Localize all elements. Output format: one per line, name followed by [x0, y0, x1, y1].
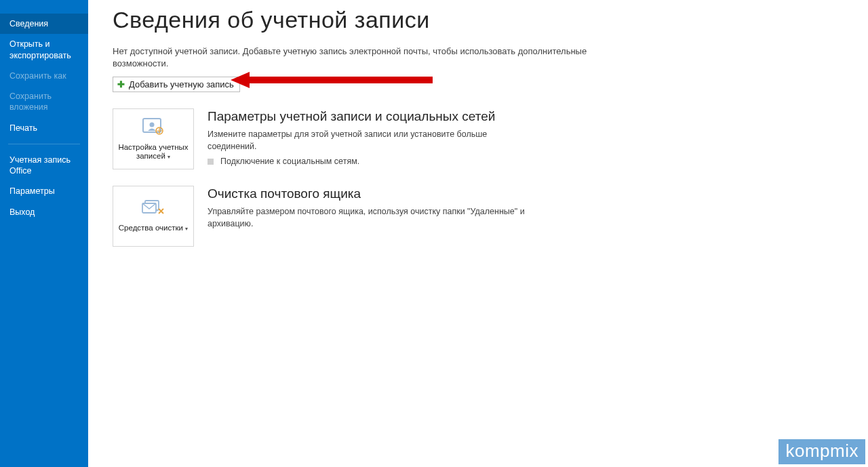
chevron-down-icon: ▾ — [167, 154, 170, 160]
svg-point-1 — [150, 122, 155, 127]
social-connect-label: Подключение к социальным сетям. — [220, 157, 359, 166]
social-connect-row[interactable]: Подключение к социальным сетям. — [208, 157, 533, 166]
section-cleanup: Средства очистки ▾ Очистка почтового ящи… — [113, 186, 868, 247]
sidebar-separator — [8, 144, 80, 144]
tile-cleanup-tools[interactable]: Средства очистки ▾ — [113, 186, 194, 247]
add-account-button[interactable]: ✚ Добавить учетную запись — [113, 77, 240, 92]
app-root: Сведения Открыть и экспортировать Сохран… — [0, 0, 868, 467]
main-content: Сведения об учетной записи Нет доступной… — [88, 0, 868, 467]
sidebar-item-info[interactable]: Сведения — [0, 14, 88, 34]
watermark: kompmix — [778, 439, 865, 464]
cleanup-tools-icon — [141, 199, 165, 220]
add-account-label: Добавить учетную запись — [129, 79, 234, 89]
sidebar-item-print[interactable]: Печать — [0, 118, 88, 138]
plus-icon: ✚ — [117, 80, 125, 89]
tile-account-settings[interactable]: Настройка учетных записей ▾ — [113, 108, 194, 169]
sidebar-item-save-as: Сохранить как — [0, 66, 88, 86]
page-title: Сведения об учетной записи — [113, 7, 868, 33]
sidebar-item-office-account[interactable]: Учетная запись Office — [0, 150, 88, 182]
section-account-desc: Измените параметры для этой учетной запи… — [208, 129, 533, 153]
sidebar-item-exit[interactable]: Выход — [0, 202, 88, 222]
tile-account-settings-label: Настройка учетных записей ▾ — [113, 143, 193, 162]
account-settings-icon — [142, 117, 165, 139]
intro-text: Нет доступной учетной записи. Добавьте у… — [113, 45, 601, 70]
section-cleanup-text: Очистка почтового ящика Управляйте разме… — [208, 186, 533, 247]
sidebar-item-open-export[interactable]: Открыть и экспортировать — [0, 34, 88, 66]
section-account-settings: Настройка учетных записей ▾ Параметры уч… — [113, 108, 868, 169]
section-cleanup-desc: Управляйте размером почтового ящика, исп… — [208, 206, 533, 230]
bullet-icon — [208, 159, 214, 165]
sidebar: Сведения Открыть и экспортировать Сохран… — [0, 0, 88, 467]
section-account-text: Параметры учетной записи и социальных се… — [208, 108, 533, 169]
sidebar-item-options[interactable]: Параметры — [0, 181, 88, 201]
section-cleanup-title: Очистка почтового ящика — [208, 186, 533, 202]
section-account-title: Параметры учетной записи и социальных се… — [208, 108, 533, 125]
chevron-down-icon: ▾ — [185, 226, 188, 232]
sidebar-item-save-attachments: Сохранить вложения — [0, 86, 88, 118]
tile-cleanup-label: Средства очистки ▾ — [116, 224, 191, 233]
